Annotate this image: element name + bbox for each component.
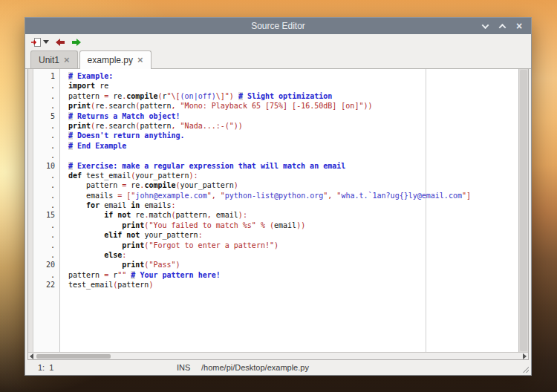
chevron-up-icon (498, 23, 506, 30)
window-controls: × (481, 22, 531, 30)
code-line: # End Example (68, 141, 518, 151)
close-button[interactable]: × (515, 22, 524, 30)
line-number: . (33, 91, 59, 101)
line-number: . (33, 121, 59, 131)
tab-label: Unit1 (39, 55, 59, 65)
line-number: . (33, 141, 59, 151)
code-line: pattern = r"" # Your pattern here! (68, 270, 518, 280)
titlebar[interactable]: Source Editor × (25, 18, 531, 34)
line-number: . (33, 191, 59, 200)
line-number: . (33, 101, 59, 111)
navigate-forward-button[interactable] (70, 36, 83, 49)
tab-bar: Unit1 × example.py × (25, 50, 531, 69)
line-number: 20 (33, 260, 59, 270)
back-arrow-icon (55, 37, 65, 48)
line-number: . (33, 241, 59, 250)
line-number: . (33, 230, 59, 240)
code-line: for email in emails: (68, 200, 518, 210)
line-number: . (33, 200, 59, 210)
horizontal-scrollbar-thumb[interactable] (36, 354, 111, 359)
cursor-position: 1: 1 (38, 363, 53, 372)
code-line: # Doesn't return anything. (68, 131, 518, 140)
line-number: . (33, 220, 59, 230)
editor-selector-button[interactable] (29, 36, 51, 49)
line-number: 15 (33, 210, 59, 220)
dropdown-arrow-icon (43, 40, 49, 44)
code-line: pattern = re.compile(your_pattern) (68, 180, 518, 190)
editor-zone: 1...5....10....15....20.22 # Example:imp… (28, 69, 528, 352)
open-file-icon (30, 37, 42, 48)
horizontal-scrollbar[interactable] (28, 352, 528, 359)
code-line: emails = ["john@example.com", "python-li… (68, 191, 518, 200)
code-line: # Exercise: make a regular expression th… (68, 161, 518, 171)
maximize-button[interactable] (498, 22, 506, 30)
source-editor-window: Source Editor × Unit1 × (25, 17, 532, 376)
insert-mode-indicator: INS (177, 363, 190, 372)
line-number: . (33, 171, 59, 180)
close-icon: × (516, 22, 522, 30)
code-line: import re (68, 81, 518, 91)
line-number: . (33, 250, 59, 260)
code-line: elif not your_pattern: (68, 230, 518, 240)
line-number: . (33, 270, 59, 280)
code-line: print("Pass") (68, 260, 518, 270)
desktop-wallpaper: { "window": { "title": "Source Editor" }… (0, 0, 557, 392)
tab-close-icon[interactable]: × (64, 56, 70, 64)
tab-unit1[interactable]: Unit1 × (30, 50, 78, 68)
line-number: . (33, 131, 59, 140)
code-line: print(re.search(pattern, "Nada...:-(")) (68, 121, 518, 131)
forward-arrow-icon (71, 37, 82, 48)
code-line: # Example: (68, 71, 518, 81)
tab-close-icon[interactable]: × (137, 56, 143, 64)
line-number: . (33, 151, 59, 160)
status-bar: 1: 1 INS /home/pi/Desktop/example.py (25, 360, 531, 375)
line-number: . (33, 180, 59, 190)
editor-client: 1...5....10....15....20.22 # Example:imp… (27, 69, 529, 360)
toolbar (25, 34, 531, 50)
gutter: 1...5....10....15....20.22 (33, 69, 60, 352)
line-number: 10 (33, 161, 59, 171)
chevron-down-icon (481, 22, 489, 29)
minimize-button[interactable] (481, 22, 489, 30)
code-line: test_email(pattern) (68, 280, 518, 290)
line-number: 1 (33, 71, 59, 81)
code-line: print(re.search(pattern, "Mono: Playback… (68, 101, 518, 111)
code-line: print("Forgot to enter a pattern!") (68, 241, 518, 250)
code-editor[interactable]: # Example:import repattern = re.compile(… (60, 69, 518, 352)
line-number: . (33, 81, 59, 91)
code-line: def test_email(your_pattern): (68, 171, 518, 180)
code-line: else: (68, 250, 518, 260)
file-path: /home/pi/Desktop/example.py (201, 363, 309, 372)
gutter-margin (28, 69, 33, 352)
tab-example-py[interactable]: example.py × (79, 50, 152, 69)
scroll-left-arrow-icon[interactable] (30, 353, 33, 359)
code-line (68, 151, 518, 160)
line-number: 5 (33, 111, 59, 121)
code-line: pattern = re.compile(r"\[(on|off)\]") # … (68, 91, 518, 101)
code-line: if not re.match(pattern, email): (68, 210, 518, 220)
resize-grip[interactable] (523, 367, 529, 373)
code-line: # Returns a Match object! (68, 111, 518, 121)
scroll-right-arrow-icon[interactable] (523, 353, 527, 359)
vertical-scrollbar[interactable] (518, 69, 528, 352)
code-line: print("You failed to match %s" % (email)… (68, 220, 518, 230)
tab-label: example.py (88, 55, 133, 65)
line-number: 22 (33, 280, 59, 290)
code-lines: # Example:import repattern = re.compile(… (60, 69, 518, 290)
navigate-back-button[interactable] (53, 36, 67, 49)
window-title: Source Editor (25, 21, 531, 31)
vertical-scrollbar-thumb[interactable] (520, 70, 527, 351)
